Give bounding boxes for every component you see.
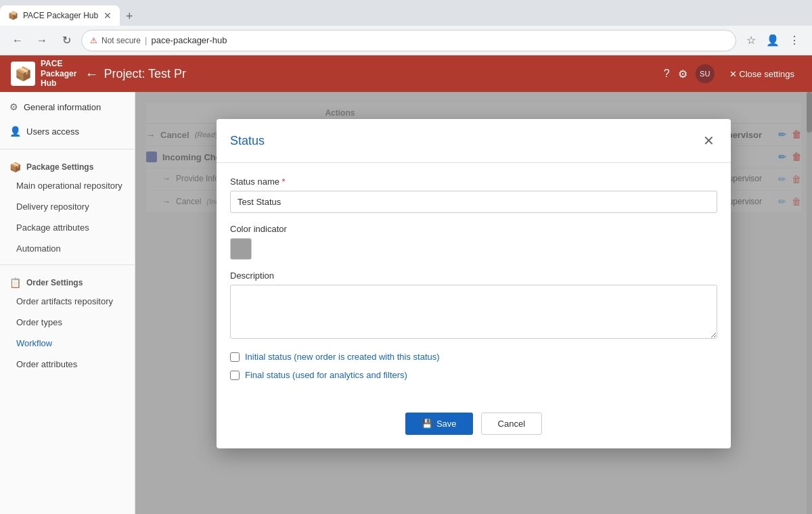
help-button[interactable]: ?	[664, 68, 670, 80]
main-area: ⚙ General information 👤 Users access 📦 P…	[0, 92, 812, 514]
final-status-checkbox[interactable]	[230, 371, 240, 380]
package-icon: 📦	[9, 162, 21, 172]
header-title-area: ← Project: Test Pr	[85, 66, 655, 82]
initial-status-group: Initial status (new order is created wit…	[230, 352, 717, 362]
app-logo: 📦 PACE Packager Hub	[11, 59, 76, 88]
sidebar-item-general-information[interactable]: ⚙ General information	[0, 95, 135, 119]
sidebar-item-order-attributes[interactable]: Order attributes	[0, 354, 135, 375]
bookmark-button[interactable]: ☆	[742, 31, 761, 50]
color-indicator-label: Color indicator	[230, 224, 717, 234]
close-settings-button[interactable]: ✕ Close settings	[723, 65, 801, 83]
sidebar-section-general: ⚙ General information 👤 Users access	[0, 92, 135, 146]
sidebar-item-package-attrs[interactable]: Package attributes	[0, 217, 135, 238]
back-button[interactable]: ←	[8, 31, 27, 50]
app: 📦 PACE Packager Hub ← Project: Test Pr ?…	[0, 55, 812, 514]
sidebar-item-order-artifacts[interactable]: Order artifacts repository	[0, 291, 135, 312]
final-status-group: Final status (used for analytics and fil…	[230, 370, 717, 380]
sidebar-item-label: General information	[24, 102, 101, 112]
required-marker: *	[279, 177, 286, 187]
modal-title: Status	[230, 134, 265, 148]
sidebar-item-main-repo[interactable]: Main operational repository	[0, 175, 135, 196]
save-icon: 💾	[422, 419, 432, 429]
final-status-label[interactable]: Final status (used for analytics and fil…	[245, 370, 407, 380]
logo-icon: 📦	[15, 66, 32, 82]
sidebar-item-workflow[interactable]: Workflow	[0, 333, 135, 354]
menu-button[interactable]: ⋮	[785, 31, 804, 50]
sidebar-item-delivery-repo[interactable]: Delivery repository	[0, 196, 135, 217]
users-icon: 👤	[9, 126, 21, 137]
general-info-icon: ⚙	[9, 101, 18, 112]
initial-status-checkbox[interactable]	[230, 352, 240, 362]
color-indicator-group: Color indicator	[230, 224, 717, 260]
description-label: Description	[230, 271, 717, 281]
cancel-button[interactable]: Cancel	[481, 413, 542, 435]
active-tab[interactable]: 📦 PACE Packager Hub ✕	[0, 5, 120, 26]
order-settings-header: 📋 Order Settings	[0, 271, 135, 291]
sidebar-section-package: 📦 Package Settings Main operational repo…	[0, 152, 135, 262]
description-textarea[interactable]	[230, 285, 717, 339]
tab-favicon: 📦	[8, 11, 18, 20]
logo-text: PACE Packager Hub	[41, 59, 76, 88]
profile-button[interactable]: 👤	[763, 31, 782, 50]
tab-bar: 📦 PACE Packager Hub ✕ +	[0, 0, 812, 26]
sidebar-item-label: Users access	[26, 126, 79, 137]
header-right: ? ⚙ SU ✕ Close settings	[664, 64, 801, 83]
sidebar: ⚙ General information 👤 Users access 📦 P…	[0, 92, 135, 514]
sidebar-divider-2	[0, 264, 135, 265]
sidebar-divider-1	[0, 149, 135, 149]
modal-header: Status ✕	[217, 119, 731, 163]
tab-close-button[interactable]: ✕	[104, 10, 112, 21]
sidebar-item-automation[interactable]: Automation	[0, 238, 135, 259]
browser-nav: ← → ↻ ⚠ Not secure | pace-packager-hub ☆…	[0, 26, 812, 55]
status-name-label: Status name *	[230, 177, 717, 187]
refresh-button[interactable]: ↻	[57, 31, 76, 50]
status-name-group: Status name *	[230, 177, 717, 213]
header-back-button[interactable]: ←	[85, 66, 98, 82]
url-text: pace-packager-hub	[151, 35, 727, 45]
color-swatch-button[interactable]	[230, 238, 252, 260]
modal-close-button[interactable]: ✕	[700, 130, 717, 151]
logo-box: 📦	[11, 62, 35, 86]
save-button[interactable]: 💾 Save	[405, 413, 473, 435]
sidebar-item-users-access[interactable]: 👤 Users access	[0, 119, 135, 143]
address-separator: |	[145, 35, 147, 45]
initial-status-label[interactable]: Initial status (new order is created wit…	[245, 352, 440, 362]
modal-body: Status name * Color indicator Descriptio…	[217, 163, 731, 402]
order-icon: 📋	[9, 277, 21, 288]
modal-overlay: Status ✕ Status name * Color indicator	[135, 92, 812, 514]
app-header: 📦 PACE Packager Hub ← Project: Test Pr ?…	[0, 55, 812, 92]
save-label: Save	[436, 419, 457, 429]
sidebar-item-order-types[interactable]: Order types	[0, 312, 135, 333]
forward-button[interactable]: →	[32, 31, 51, 50]
description-group: Description	[230, 271, 717, 341]
status-modal: Status ✕ Status name * Color indicator	[217, 119, 731, 448]
content-area: Actions → Cancel (Ready for Packaging > …	[135, 92, 812, 514]
status-name-input[interactable]	[230, 191, 717, 213]
not-secure-label: Not secure	[102, 36, 141, 45]
user-avatar[interactable]: SU	[696, 64, 715, 83]
package-settings-header: 📦 Package Settings	[0, 155, 135, 175]
settings-button[interactable]: ⚙	[678, 68, 687, 80]
browser-chrome: 📦 PACE Packager Hub ✕ + ← → ↻ ⚠ Not secu…	[0, 0, 812, 55]
page-title: Project: Test Pr	[104, 67, 186, 81]
tab-title: PACE Packager Hub	[23, 11, 98, 20]
address-bar[interactable]: ⚠ Not secure | pace-packager-hub	[81, 30, 736, 51]
sidebar-section-order: 📋 Order Settings Order artifacts reposit…	[0, 268, 135, 377]
modal-footer: 💾 Save Cancel	[217, 402, 731, 448]
security-warning-icon: ⚠	[90, 36, 97, 45]
nav-right-buttons: ☆ 👤 ⋮	[742, 31, 804, 50]
new-tab-button[interactable]: +	[120, 7, 139, 26]
